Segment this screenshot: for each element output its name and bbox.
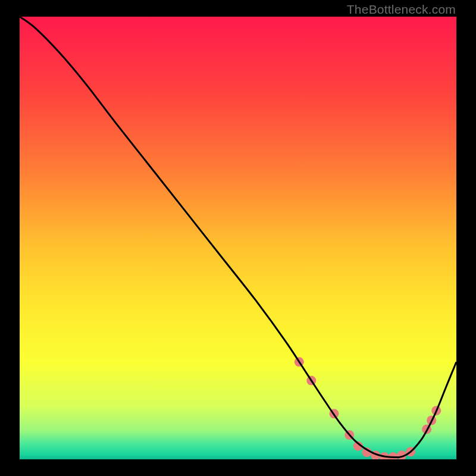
chart-stage: TheBottleneck.com bbox=[0, 0, 476, 476]
plot-area bbox=[20, 17, 456, 459]
curve-marker bbox=[389, 452, 398, 459]
bottleneck-curve bbox=[20, 17, 456, 458]
watermark-text: TheBottleneck.com bbox=[347, 2, 456, 17]
curve-layer bbox=[20, 17, 456, 459]
